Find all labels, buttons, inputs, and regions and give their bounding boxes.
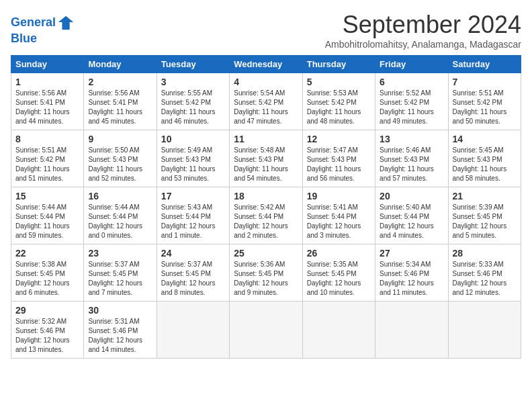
day-info: Sunrise: 5:46 AMSunset: 5:43 PMDaylight:… [380, 146, 434, 182]
table-row: 7 Sunrise: 5:51 AMSunset: 5:42 PMDayligh… [448, 73, 521, 130]
table-row: 27 Sunrise: 5:34 AMSunset: 5:46 PMDaylig… [375, 244, 448, 302]
day-number: 17 [161, 191, 225, 201]
table-row: 12 Sunrise: 5:47 AMSunset: 5:43 PMDaylig… [302, 130, 375, 187]
day-info: Sunrise: 5:51 AMSunset: 5:42 PMDaylight:… [15, 146, 70, 182]
table-row: 15 Sunrise: 5:44 AMSunset: 5:44 PMDaylig… [11, 187, 84, 244]
table-row: 26 Sunrise: 5:35 AMSunset: 5:45 PMDaylig… [302, 244, 375, 302]
table-row: 14 Sunrise: 5:45 AMSunset: 5:43 PMDaylig… [448, 130, 521, 187]
day-info: Sunrise: 5:52 AMSunset: 5:42 PMDaylight:… [380, 89, 434, 125]
table-row: 25 Sunrise: 5:36 AMSunset: 5:45 PMDaylig… [230, 244, 302, 302]
day-number: 22 [15, 248, 79, 259]
day-number: 5 [307, 77, 371, 87]
table-row: 6 Sunrise: 5:52 AMSunset: 5:42 PMDayligh… [375, 73, 448, 130]
day-info: Sunrise: 5:56 AMSunset: 5:41 PMDaylight:… [15, 89, 70, 125]
day-info: Sunrise: 5:53 AMSunset: 5:42 PMDaylight:… [307, 89, 361, 125]
day-info: Sunrise: 5:40 AMSunset: 5:44 PMDaylight:… [380, 203, 434, 239]
table-row: 29 Sunrise: 5:32 AMSunset: 5:46 PMDaylig… [11, 302, 84, 359]
table-row: 18 Sunrise: 5:42 AMSunset: 5:44 PMDaylig… [230, 187, 302, 244]
day-number: 4 [234, 77, 298, 87]
table-row: 3 Sunrise: 5:55 AMSunset: 5:42 PMDayligh… [157, 73, 229, 130]
day-number: 25 [234, 248, 298, 259]
table-row: 17 Sunrise: 5:43 AMSunset: 5:44 PMDaylig… [157, 187, 229, 244]
location-subtitle: Ambohitrolomahitsy, Analamanga, Madagasc… [325, 39, 521, 50]
day-info: Sunrise: 5:44 AMSunset: 5:44 PMDaylight:… [15, 203, 70, 239]
day-info: Sunrise: 5:51 AMSunset: 5:42 PMDaylight:… [453, 89, 507, 125]
day-number: 23 [88, 248, 152, 259]
table-row: 10 Sunrise: 5:49 AMSunset: 5:43 PMDaylig… [157, 130, 229, 187]
logo-icon [57, 13, 76, 32]
table-row [448, 302, 521, 359]
table-row: 23 Sunrise: 5:37 AMSunset: 5:45 PMDaylig… [84, 244, 157, 302]
col-monday: Monday [84, 56, 157, 73]
table-row: 8 Sunrise: 5:51 AMSunset: 5:42 PMDayligh… [11, 130, 84, 187]
col-thursday: Thursday [302, 56, 375, 73]
table-row: 22 Sunrise: 5:38 AMSunset: 5:45 PMDaylig… [11, 244, 84, 302]
col-sunday: Sunday [11, 56, 84, 73]
day-number: 19 [307, 191, 371, 201]
table-row [302, 302, 375, 359]
title-section: September 2024 Ambohitrolomahitsy, Anala… [325, 11, 521, 50]
day-number: 28 [453, 248, 517, 259]
table-row: 13 Sunrise: 5:46 AMSunset: 5:43 PMDaylig… [375, 130, 448, 187]
day-info: Sunrise: 5:43 AMSunset: 5:44 PMDaylight:… [161, 203, 216, 239]
day-number: 29 [15, 305, 79, 316]
table-row: 16 Sunrise: 5:44 AMSunset: 5:44 PMDaylig… [84, 187, 157, 244]
day-number: 1 [15, 77, 79, 87]
month-title: September 2024 [325, 11, 521, 39]
logo: General Blue [11, 13, 76, 46]
table-row: 20 Sunrise: 5:40 AMSunset: 5:44 PMDaylig… [375, 187, 448, 244]
day-number: 26 [307, 248, 371, 259]
calendar-header-row: Sunday Monday Tuesday Wednesday Thursday… [11, 56, 521, 73]
day-info: Sunrise: 5:56 AMSunset: 5:41 PMDaylight:… [88, 89, 142, 125]
logo-text: General [11, 16, 56, 30]
day-info: Sunrise: 5:50 AMSunset: 5:43 PMDaylight:… [88, 146, 142, 182]
table-row [375, 302, 448, 359]
table-row: 28 Sunrise: 5:33 AMSunset: 5:46 PMDaylig… [448, 244, 521, 302]
table-row: 21 Sunrise: 5:39 AMSunset: 5:45 PMDaylig… [448, 187, 521, 244]
day-number: 27 [380, 248, 443, 259]
day-number: 24 [161, 248, 225, 259]
day-number: 10 [161, 134, 225, 144]
day-number: 16 [88, 191, 152, 201]
col-saturday: Saturday [448, 56, 521, 73]
table-row: 30 Sunrise: 5:31 AMSunset: 5:46 PMDaylig… [84, 302, 157, 359]
day-info: Sunrise: 5:39 AMSunset: 5:45 PMDaylight:… [453, 203, 507, 239]
table-row: 2 Sunrise: 5:56 AMSunset: 5:41 PMDayligh… [84, 73, 157, 130]
table-row: 11 Sunrise: 5:48 AMSunset: 5:43 PMDaylig… [230, 130, 302, 187]
day-number: 12 [307, 134, 371, 144]
col-wednesday: Wednesday [230, 56, 302, 73]
day-info: Sunrise: 5:49 AMSunset: 5:43 PMDaylight:… [161, 146, 216, 182]
day-number: 18 [234, 191, 298, 201]
day-info: Sunrise: 5:38 AMSunset: 5:45 PMDaylight:… [15, 261, 70, 296]
page-header: General Blue September 2024 Ambohitrolom… [11, 11, 521, 50]
calendar-table: Sunday Monday Tuesday Wednesday Thursday… [11, 55, 521, 359]
day-number: 8 [15, 134, 79, 144]
day-info: Sunrise: 5:32 AMSunset: 5:46 PMDaylight:… [15, 318, 70, 353]
day-info: Sunrise: 5:45 AMSunset: 5:43 PMDaylight:… [453, 146, 507, 182]
col-tuesday: Tuesday [157, 56, 229, 73]
day-number: 9 [88, 134, 152, 144]
day-info: Sunrise: 5:42 AMSunset: 5:44 PMDaylight:… [234, 203, 288, 239]
day-number: 6 [380, 77, 443, 87]
day-info: Sunrise: 5:35 AMSunset: 5:45 PMDaylight:… [307, 261, 361, 296]
day-number: 21 [453, 191, 517, 201]
day-number: 20 [380, 191, 443, 201]
table-row: 9 Sunrise: 5:50 AMSunset: 5:43 PMDayligh… [84, 130, 157, 187]
day-number: 14 [453, 134, 517, 144]
table-row: 19 Sunrise: 5:41 AMSunset: 5:44 PMDaylig… [302, 187, 375, 244]
day-number: 3 [161, 77, 225, 87]
day-info: Sunrise: 5:37 AMSunset: 5:45 PMDaylight:… [88, 261, 142, 296]
day-info: Sunrise: 5:34 AMSunset: 5:46 PMDaylight:… [380, 261, 434, 296]
day-number: 7 [453, 77, 517, 87]
day-info: Sunrise: 5:55 AMSunset: 5:42 PMDaylight:… [161, 89, 216, 125]
day-info: Sunrise: 5:54 AMSunset: 5:42 PMDaylight:… [234, 89, 288, 125]
table-row [230, 302, 302, 359]
table-row: 1 Sunrise: 5:56 AMSunset: 5:41 PMDayligh… [11, 73, 84, 130]
day-info: Sunrise: 5:36 AMSunset: 5:45 PMDaylight:… [234, 261, 288, 296]
table-row: 5 Sunrise: 5:53 AMSunset: 5:42 PMDayligh… [302, 73, 375, 130]
day-number: 13 [380, 134, 443, 144]
table-row [157, 302, 229, 359]
day-number: 30 [88, 305, 152, 316]
day-info: Sunrise: 5:44 AMSunset: 5:44 PMDaylight:… [88, 203, 142, 239]
day-info: Sunrise: 5:33 AMSunset: 5:46 PMDaylight:… [453, 261, 507, 296]
